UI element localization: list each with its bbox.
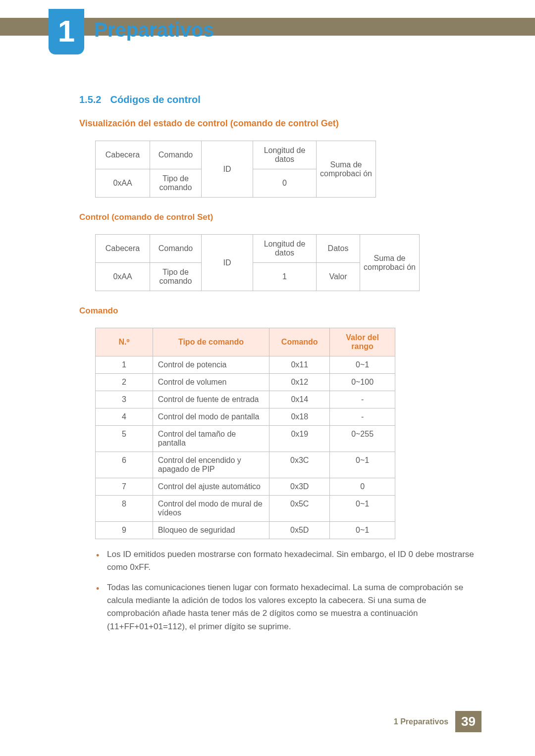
- command-heading: Comando: [79, 306, 481, 316]
- footer-page: 39: [455, 711, 482, 732]
- cell-cmd: 0x11: [269, 356, 330, 374]
- commands-table: N.º Tipo de comando Comando Valor del ra…: [95, 328, 395, 539]
- set-table: Cabecera Comando ID Longitud de datos Da…: [95, 234, 420, 291]
- cell-length-val: 0: [253, 169, 317, 198]
- cell-num: 2: [96, 374, 153, 391]
- cell-cmd: 0x3C: [269, 452, 330, 478]
- cell-header: Cabecera: [96, 235, 150, 263]
- table-row: 2Control de volumen0x120~100: [96, 374, 395, 391]
- col-cmd: Comando: [269, 328, 330, 356]
- cell-tipo: Control del ajuste automático: [153, 478, 269, 496]
- get-heading: Visualización del estado de control (com…: [79, 118, 481, 129]
- cell-range: 0~1: [330, 452, 395, 478]
- cell-length: Longitud de datos: [253, 141, 317, 169]
- cell-range: 0~100: [330, 374, 395, 391]
- cell-range: 0~255: [330, 426, 395, 452]
- cell-length: Longitud de datos: [253, 235, 317, 263]
- cell-command-val: Tipo de comando: [150, 169, 202, 198]
- cell-cmd: 0x14: [269, 391, 330, 408]
- table-row: 3Control de fuente de entrada0x14-: [96, 391, 395, 408]
- col-num: N.º: [96, 328, 153, 356]
- col-range: Valor del rango: [330, 328, 395, 356]
- set-heading: Control (comando de control Set): [79, 212, 481, 222]
- cell-command: Comando: [150, 141, 202, 169]
- cell-id: ID: [202, 235, 253, 291]
- cell-range: 0~1: [330, 356, 395, 374]
- note-item: Los ID emitidos pueden mostrarse con for…: [94, 548, 481, 574]
- section-heading: 1.5.2Códigos de control: [79, 94, 481, 105]
- table-row: 4Control del modo de pantalla0x18-: [96, 408, 395, 426]
- notes-list: Los ID emitidos pueden mostrarse con for…: [94, 548, 481, 633]
- cell-data: Datos: [317, 235, 360, 263]
- section-title: Códigos de control: [110, 94, 200, 105]
- cell-command-val: Tipo de comando: [150, 263, 202, 291]
- cell-num: 9: [96, 522, 153, 539]
- cell-header-val: 0xAA: [96, 263, 150, 291]
- cell-cmd: 0x5C: [269, 496, 330, 522]
- cell-tipo: Control de potencia: [153, 356, 269, 374]
- cell-tipo: Control de volumen: [153, 374, 269, 391]
- cell-tipo: Bloqueo de seguridad: [153, 522, 269, 539]
- page-content: 1.5.2Códigos de control Visualización de…: [79, 94, 481, 640]
- cell-command: Comando: [150, 235, 202, 263]
- chapter-badge: 1: [49, 9, 84, 54]
- cell-cmd: 0x3D: [269, 478, 330, 496]
- cell-num: 7: [96, 478, 153, 496]
- cell-id: ID: [202, 141, 253, 198]
- cell-cmd: 0x18: [269, 408, 330, 426]
- cell-cmd: 0x12: [269, 374, 330, 391]
- cell-tipo: Control del encendido y apagado de PIP: [153, 452, 269, 478]
- cell-tipo: Control del tamaño de pantalla: [153, 426, 269, 452]
- cell-tipo: Control de fuente de entrada: [153, 391, 269, 408]
- cell-range: -: [330, 408, 395, 426]
- table-row: 7Control del ajuste automático0x3D0: [96, 478, 395, 496]
- table-row: 6Control del encendido y apagado de PIP0…: [96, 452, 395, 478]
- cell-num: 4: [96, 408, 153, 426]
- cell-num: 1: [96, 356, 153, 374]
- cell-length-val: 1: [253, 263, 317, 291]
- table-header-row: N.º Tipo de comando Comando Valor del ra…: [96, 328, 395, 356]
- cell-range: -: [330, 391, 395, 408]
- cell-checksum: Suma de comprobaci ón: [317, 141, 376, 198]
- table-row: 8Control del modo de mural de vídeos0x5C…: [96, 496, 395, 522]
- cell-checksum: Suma de comprobaci ón: [360, 235, 420, 291]
- footer: 1 Preparativos 39: [394, 711, 482, 732]
- cell-num: 3: [96, 391, 153, 408]
- table-row: 1Control de potencia0x110~1: [96, 356, 395, 374]
- cell-tipo: Control del modo de pantalla: [153, 408, 269, 426]
- table-row: 5Control del tamaño de pantalla0x190~255: [96, 426, 395, 452]
- cell-header-val: 0xAA: [96, 169, 150, 198]
- chapter-title: Preparativos: [94, 19, 214, 41]
- table-row: Cabecera Comando ID Longitud de datos Da…: [96, 235, 420, 263]
- chapter-number: 1: [58, 13, 75, 49]
- cell-data-val: Valor: [317, 263, 360, 291]
- commands-tbody: 1Control de potencia0x110~12Control de v…: [96, 356, 395, 539]
- footer-label: 1 Preparativos: [394, 717, 448, 726]
- get-table: Cabecera Comando ID Longitud de datos Su…: [95, 141, 376, 198]
- col-tipo: Tipo de comando: [153, 328, 269, 356]
- table-row: Cabecera Comando ID Longitud de datos Su…: [96, 141, 376, 169]
- cell-range: 0~1: [330, 496, 395, 522]
- cell-tipo: Control del modo de mural de vídeos: [153, 496, 269, 522]
- note-item: Todas las comunicaciones tienen lugar co…: [94, 581, 481, 633]
- cell-header: Cabecera: [96, 141, 150, 169]
- cell-num: 6: [96, 452, 153, 478]
- cell-range: 0~1: [330, 522, 395, 539]
- cell-cmd: 0x5D: [269, 522, 330, 539]
- section-number: 1.5.2: [79, 94, 101, 105]
- cell-num: 5: [96, 426, 153, 452]
- table-row: 9Bloqueo de seguridad0x5D0~1: [96, 522, 395, 539]
- cell-cmd: 0x19: [269, 426, 330, 452]
- cell-num: 8: [96, 496, 153, 522]
- cell-range: 0: [330, 478, 395, 496]
